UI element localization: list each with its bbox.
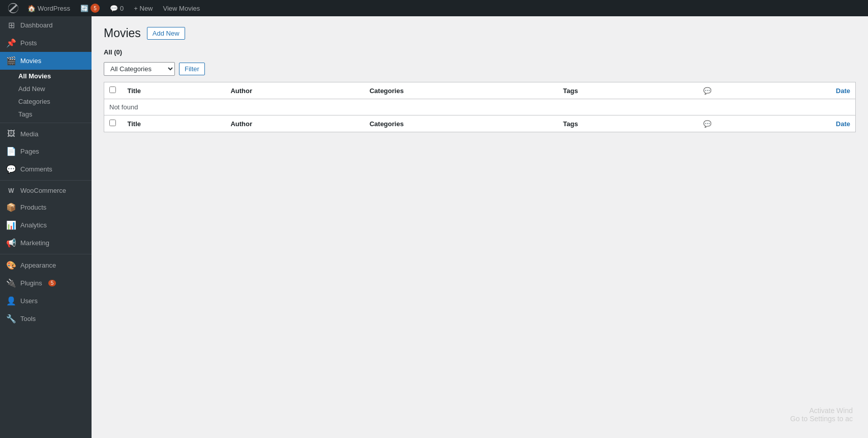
filter-row: All Categories Filter [104, 62, 856, 76]
sidebar-item-comments[interactable]: 💬 Comments [0, 160, 92, 178]
pages-icon: 📄 [6, 147, 16, 156]
sidebar-item-plugins[interactable]: 🔌 Plugins 5 [0, 274, 92, 292]
updates-icon: 🔄 [80, 5, 88, 12]
wp-logo[interactable] [4, 0, 22, 16]
home-link[interactable]: 🏠 WordPress [22, 0, 75, 16]
submenu-tags[interactable]: Tags [0, 108, 92, 121]
col-date-header[interactable]: Date [747, 82, 856, 99]
sidebar-label-pages: Pages [20, 148, 39, 155]
separator-1 [0, 123, 92, 123]
sidebar-item-media[interactable]: 🖼 Media [0, 125, 92, 142]
sidebar-label-products: Products [20, 203, 46, 211]
filter-all[interactable]: All (0) [104, 48, 122, 56]
sidebar-item-tools[interactable]: 🔧 Tools [0, 310, 92, 328]
woocommerce-icon: W [6, 187, 16, 194]
page-header: Movies Add New [104, 26, 856, 40]
dashboard-icon: ⊞ [6, 20, 16, 30]
comment-bubble-icon-foot: 💬 [703, 120, 711, 128]
sidebar-item-users[interactable]: 👤 Users [0, 292, 92, 310]
sidebar-label-plugins: Plugins [20, 279, 42, 287]
add-new-button[interactable]: Add New [147, 27, 185, 40]
col-title-footer[interactable]: Title [123, 115, 226, 132]
sidebar-label-comments: Comments [20, 165, 52, 173]
not-found-row: Not found [104, 99, 856, 115]
movies-icon: 🎬 [6, 56, 16, 66]
submenu-all-movies[interactable]: All Movies [0, 70, 92, 82]
new-link[interactable]: + New [129, 0, 158, 16]
page-title: Movies [104, 26, 141, 40]
sidebar-item-woocommerce[interactable]: W WooCommerce [0, 183, 92, 198]
col-comments-header: 💬 [668, 82, 747, 99]
col-tags-header: Tags [558, 82, 668, 99]
col-comments-footer: 💬 [668, 115, 747, 132]
users-icon: 👤 [6, 296, 16, 306]
products-icon: 📦 [6, 202, 16, 212]
submenu-add-new[interactable]: Add New [0, 82, 92, 95]
plugins-badge: 5 [48, 280, 56, 286]
comments-icon: 💬 [110, 5, 118, 12]
sidebar-label-marketing: Marketing [20, 239, 49, 247]
admin-bar: 🏠 WordPress 🔄 5 💬 0 + New View Movies [0, 0, 868, 16]
sidebar-label-media: Media [20, 130, 38, 138]
sidebar-item-analytics[interactable]: 📊 Analytics [0, 216, 92, 234]
sidebar-item-movies[interactable]: 🎬 Movies [0, 52, 92, 70]
analytics-icon: 📊 [6, 220, 16, 230]
sidebar-item-products[interactable]: 📦 Products [0, 198, 92, 216]
separator-3 [0, 254, 92, 254]
main-content: Movies Add New All (0) All Categories Fi… [92, 16, 868, 438]
sidebar-item-pages[interactable]: 📄 Pages [0, 142, 92, 160]
view-movies-link[interactable]: View Movies [158, 0, 205, 16]
subsubsub: All (0) [104, 48, 856, 56]
select-all-col [104, 82, 123, 99]
updates-link[interactable]: 🔄 5 [75, 0, 105, 16]
select-all-checkbox-foot[interactable] [109, 120, 116, 126]
sidebar-label-posts: Posts [20, 39, 37, 47]
posts-icon: 📌 [6, 38, 16, 48]
tools-icon: 🔧 [6, 314, 16, 324]
col-categories-header: Categories [365, 82, 558, 99]
filter-button[interactable]: Filter [179, 63, 205, 75]
sidebar: ⊞ Dashboard 📌 Posts 🎬 Movies All Movies … [0, 16, 92, 438]
category-filter-select[interactable]: All Categories [104, 62, 175, 76]
sidebar-label-appearance: Appearance [20, 261, 56, 269]
appearance-icon: 🎨 [6, 260, 16, 270]
col-tags-footer: Tags [558, 115, 668, 132]
separator-2 [0, 180, 92, 181]
marketing-icon: 📢 [6, 238, 16, 248]
sidebar-item-posts[interactable]: 📌 Posts [0, 34, 92, 52]
col-categories-footer: Categories [365, 115, 558, 132]
movies-table: Title Author Categories Tags 💬 [104, 82, 856, 132]
comments-sidebar-icon: 💬 [6, 164, 16, 174]
comments-link[interactable]: 💬 0 [105, 0, 129, 16]
col-date-footer[interactable]: Date [747, 115, 856, 132]
sidebar-label-movies: Movies [20, 57, 41, 65]
select-all-checkbox[interactable] [109, 86, 116, 93]
media-icon: 🖼 [6, 129, 16, 138]
col-title-header[interactable]: Title [123, 82, 226, 99]
sidebar-item-appearance[interactable]: 🎨 Appearance [0, 256, 92, 274]
select-all-col-foot [104, 115, 123, 132]
sidebar-label-users: Users [20, 297, 38, 305]
table-header-row: Title Author Categories Tags 💬 [104, 82, 856, 99]
comment-bubble-icon: 💬 [703, 87, 711, 95]
updates-count: 5 [91, 4, 100, 13]
sidebar-item-marketing[interactable]: 📢 Marketing [0, 234, 92, 252]
submenu-categories[interactable]: Categories [0, 95, 92, 108]
activate-watermark: Activate Wind Go to Settings to ac [790, 406, 853, 423]
sidebar-label-analytics: Analytics [20, 221, 47, 229]
sidebar-label-dashboard: Dashboard [20, 21, 53, 29]
not-found-cell: Not found [104, 99, 856, 115]
comments-count: 0 [120, 5, 124, 12]
sidebar-label-tools: Tools [20, 315, 36, 323]
sidebar-label-woocommerce: WooCommerce [20, 187, 66, 194]
col-author-header: Author [225, 82, 364, 99]
sidebar-item-dashboard[interactable]: ⊞ Dashboard [0, 16, 92, 34]
table-footer-row: Title Author Categories Tags 💬 [104, 115, 856, 132]
col-author-footer: Author [225, 115, 364, 132]
home-icon: 🏠 [27, 5, 36, 12]
plugins-icon: 🔌 [6, 278, 16, 288]
